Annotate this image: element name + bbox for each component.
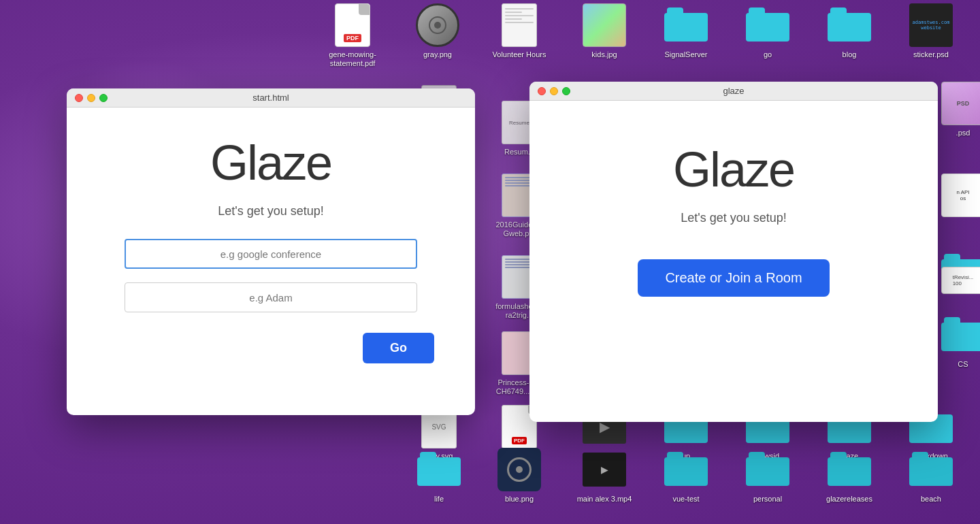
fullscreen-button-2[interactable] <box>562 87 570 95</box>
icon-sticker-psd[interactable]: adamstwes.comwebsite sticker.psd <box>900 3 962 60</box>
icon-label-blog-folder: blog <box>840 50 859 60</box>
window1-content: Glaze Let's get you setup! Go <box>67 108 475 391</box>
icon-personal[interactable]: personal <box>737 448 798 504</box>
traffic-lights-1 <box>75 94 108 102</box>
icon-label-psd-right: .psd <box>954 128 973 138</box>
icon-life-folder[interactable]: life <box>408 448 470 504</box>
icon-label-beach: beach <box>919 494 943 504</box>
icon-label-gene-pdf: gene-mowing-statement.pdf <box>322 50 383 69</box>
icon-label-sticker-psd: sticker.psd <box>911 50 951 60</box>
app-title-1: Glaze <box>210 135 331 191</box>
titlebar-glaze: glaze <box>529 82 938 101</box>
setup-text-2: Let's get you setup! <box>681 211 787 225</box>
icon-vue-test[interactable]: vue-test <box>655 448 717 504</box>
icon-label-main-alex: main alex 3.mp4 <box>575 494 634 504</box>
traffic-lights-2 <box>538 87 570 95</box>
icon-gray-png[interactable]: gray.png <box>407 3 468 60</box>
icon-label-personal: personal <box>751 494 784 504</box>
icon-beach[interactable]: beach <box>900 448 962 504</box>
svg-point-1 <box>434 22 441 29</box>
room-input[interactable] <box>125 239 417 269</box>
icon-psd-right[interactable]: PSD .psd <box>932 82 980 138</box>
icon-label-life-folder: life <box>432 494 446 504</box>
icon-blog-folder[interactable]: blog <box>819 3 880 60</box>
close-button-2[interactable] <box>538 87 546 95</box>
go-button[interactable]: Go <box>363 333 434 363</box>
icon-label-revision <box>961 305 965 306</box>
window-start-html: start.html Glaze Let's get you setup! Go <box>67 88 475 415</box>
create-join-button[interactable]: Create or Join a Room <box>638 259 829 297</box>
app-title-2: Glaze <box>673 142 794 197</box>
window-title-2: glaze <box>723 86 744 96</box>
icon-label-api-right <box>961 220 965 221</box>
icon-label-vue-test: vue-test <box>670 494 701 504</box>
icon-label-cyan-right-2: CS <box>956 359 970 370</box>
icon-kids-jpg[interactable]: kids.jpg <box>574 3 635 60</box>
icon-cyan-right-2[interactable]: CS <box>932 313 980 370</box>
icon-label-gray-png: gray.png <box>421 50 454 60</box>
icon-volunteer[interactable]: Volunteer Hours <box>489 3 550 60</box>
icon-blue-png[interactable]: blue.png <box>489 448 550 504</box>
icon-label-kids-jpg: kids.jpg <box>589 50 619 60</box>
icon-main-alex[interactable]: ▶ main alex 3.mp4 <box>574 448 635 504</box>
name-input[interactable] <box>125 282 417 312</box>
icon-signal-server[interactable]: SignalServer <box>655 3 717 60</box>
close-button-1[interactable] <box>75 94 83 102</box>
window-title-1: start.html <box>252 93 289 103</box>
icon-glazerel[interactable]: glazereleases <box>819 448 880 504</box>
fullscreen-button-1[interactable] <box>99 94 108 102</box>
icon-api-right[interactable]: n APIos <box>932 174 980 221</box>
minimize-button-1[interactable] <box>87 94 95 102</box>
icon-label-signal-server: SignalServer <box>663 50 710 60</box>
icon-label-go-folder: go <box>762 50 774 60</box>
minimize-button-2[interactable] <box>550 87 558 95</box>
icon-go-folder[interactable]: go <box>737 3 798 60</box>
setup-text-1: Let's get you setup! <box>218 204 324 218</box>
icon-revision[interactable]: tRevisi...100 <box>932 259 980 306</box>
icon-label-volunteer: Volunteer Hours <box>491 50 549 60</box>
icon-label-glazerel: glazereleases <box>824 494 875 504</box>
window2-content: Glaze Let's get you setup! Create or Joi… <box>529 101 938 324</box>
window-glaze: glaze Glaze Let's get you setup! Create … <box>529 82 938 422</box>
icon-gene-pdf[interactable]: PDF gene-mowing-statement.pdf <box>322 3 383 69</box>
titlebar-start-html: start.html <box>67 88 475 108</box>
icon-label-blue-png: blue.png <box>503 494 536 504</box>
